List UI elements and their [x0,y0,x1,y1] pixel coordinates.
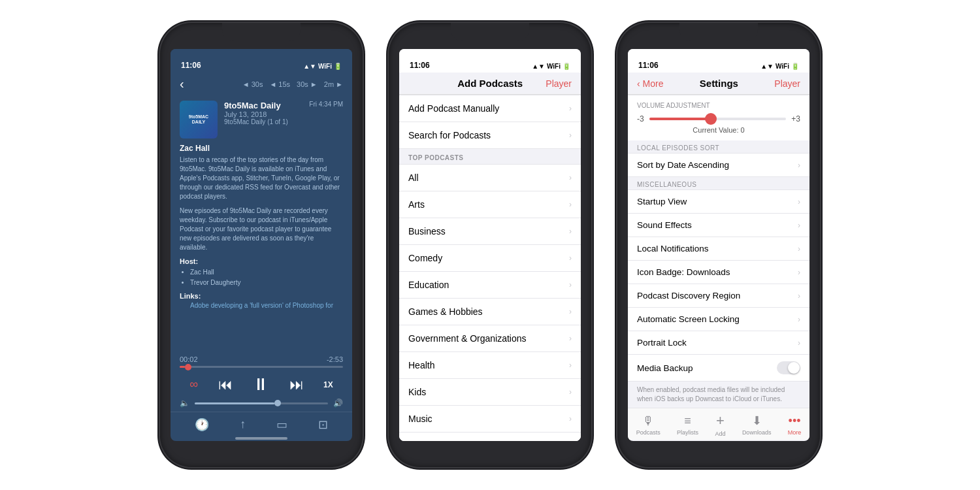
queue-icon[interactable]: ⊡ [318,417,328,432]
misc-group: Startup View › Sound Effects › Local Not… [628,189,809,382]
media-backup-toggle[interactable] [777,361,800,374]
tab-playlists-settings[interactable]: ≡ Playlists [677,414,698,436]
clock-icon[interactable]: 🕐 [195,417,209,432]
playlists-tab-label-s: Playlists [677,429,698,436]
sound-effects-row[interactable]: Sound Effects › [628,214,809,237]
status-time-settings: 11:06 [638,61,659,70]
cat-education[interactable]: Education › [399,272,581,299]
player-buttons: ∞ ⏮ ⏸ ⏭ 1X [171,372,352,397]
chevron-add-manual: › [569,104,572,113]
notch-settings [679,23,758,41]
airplay-icon[interactable]: ▭ [276,417,287,432]
player-nav: ‹ ◄ 30s ◄ 15s 30s ► 2m ► [171,73,352,95]
podcasts-tab-icon-s: 🎙 [642,414,654,428]
episode-date: July 13, 2018 [224,110,302,118]
search-podcasts-row[interactable]: Search for Podcasts › [399,122,581,149]
status-time-add: 11:06 [410,61,430,70]
nav-right-player[interactable]: Player [546,78,572,89]
tab-more-settings[interactable]: ••• More [788,414,802,436]
volume-slider-settings[interactable] [649,118,787,120]
progress-track [180,366,343,368]
time-remaining: -2:53 [327,355,343,363]
signal-icon: ▲▼ [303,63,316,70]
icon-badge-row[interactable]: Icon Badge: Downloads › [628,261,809,284]
more-tab-label-s: More [788,429,802,436]
categories-section: All › Arts › Business › Comedy › Educati… [399,164,581,441]
player-screen: 11:06 ▲▼ WiFi 🔋 ‹ ◄ 30s ◄ 15s 30s ► 2m ► [171,49,352,441]
pause-button[interactable]: ⏸ [252,374,269,395]
cat-arts[interactable]: Arts › [399,191,581,218]
tab-bar-settings: 🎙 Podcasts ≡ Playlists + Add ⬇ Downloads… [628,408,809,440]
cat-music[interactable]: Music › [399,406,581,433]
downloads-tab-icon-s: ⬇ [752,414,762,428]
settings-nav-title: Settings [663,78,774,89]
cat-health[interactable]: Health › [399,352,581,379]
loop-button[interactable]: ∞ [189,378,198,391]
prev-button[interactable]: ⏮ [218,376,233,393]
portrait-lock-row[interactable]: Portrait Lock › [628,331,809,355]
skip-fwd-2m[interactable]: 2m ► [324,80,343,88]
media-backup-note: When enabled, podcast media files will b… [628,382,809,408]
sort-row[interactable]: Sort by Date Ascending › [628,154,809,177]
player-link-settings[interactable]: Player [774,78,800,89]
volume-slider[interactable] [195,402,328,404]
host-1: Zac Hall [190,267,343,278]
screen-add: 11:06 ▲▼ WiFi 🔋 Add Podcasts Player Add … [399,49,581,441]
vol-slider-fill [649,118,711,120]
link-1[interactable]: Adobe developing a 'full version' of Pho… [190,302,343,309]
host-name: Zac Hall [180,144,343,153]
progress-fill [180,366,185,368]
startup-chevron: › [798,197,800,206]
settings-screen: 11:06 ▲▼ WiFi 🔋 ‹ More Settings Player V… [628,49,809,441]
notch-add [451,23,529,41]
screen-locking-row[interactable]: Automatic Screen Locking › [628,308,809,331]
skip-fwd-30[interactable]: 30s ► [297,80,318,88]
time-elapsed: 00:02 [180,355,198,363]
icon-badge-label: Icon Badge: Downloads [637,267,730,277]
skip-back-15[interactable]: ◄ 15s [269,80,290,88]
episode-meta: 9to5Mac Daily July 13, 2018 9to5Mac Dail… [224,101,302,125]
back-button[interactable]: ‹ [180,76,184,91]
local-notifications-row[interactable]: Local Notifications › [628,237,809,261]
cat-news[interactable]: News & Politics › [399,433,581,441]
nav-bar-add: Add Podcasts Player [399,73,581,95]
tab-podcasts-settings[interactable]: 🎙 Podcasts [636,414,661,436]
top-podcasts-header: TOP PODCASTS [399,149,581,164]
host-2: Trevor Daugherty [190,278,343,288]
episode-desc-2: New episodes of 9to5Mac Daily are record… [180,206,343,252]
cat-comedy[interactable]: Comedy › [399,245,581,272]
vol-thumb [274,400,281,406]
skip-back-30[interactable]: ◄ 30s [242,80,263,88]
podcast-disc-chevron: › [798,291,800,301]
tab-add-settings[interactable]: + Add [715,412,725,437]
podcast-discovery-row[interactable]: Podcast Discovery Region › [628,284,809,308]
vol-current-value: Current Value: 0 [637,126,800,134]
cat-business[interactable]: Business › [399,218,581,245]
nav-bar-settings: ‹ More Settings Player [628,73,809,95]
tab-downloads-settings[interactable]: ⬇ Downloads [742,414,772,436]
back-more-button[interactable]: ‹ More [637,78,663,89]
cat-games[interactable]: Games & Hobbies › [399,299,581,325]
phone-player: 11:06 ▲▼ WiFi 🔋 ‹ ◄ 30s ◄ 15s 30s ► 2m ► [160,23,363,467]
status-bar-add: 11:06 ▲▼ WiFi 🔋 [399,49,581,73]
episode-desc-1: Listen to a recap of the top stories of … [180,155,343,201]
cat-gov[interactable]: Government & Organizations › [399,325,581,352]
add-podcast-manually-row[interactable]: Add Podcast Manually › [399,95,581,122]
progress-bar[interactable] [171,366,352,368]
next-button[interactable]: ⏭ [289,376,304,393]
status-bar-settings: 11:06 ▲▼ WiFi 🔋 [628,49,809,73]
podcast-discovery-label: Podcast Discovery Region [637,291,740,301]
podcasts-tab-label-s: Podcasts [636,429,661,436]
sort-chevron: › [798,161,800,170]
local-episodes-sort-label: LOCAL EPISODES SORT [628,140,809,153]
phone-settings: 11:06 ▲▼ WiFi 🔋 ‹ More Settings Player V… [617,23,820,467]
speed-button[interactable]: 1X [323,380,333,389]
cat-all[interactable]: All › [399,165,581,191]
cat-kids[interactable]: Kids › [399,379,581,406]
share-icon[interactable]: ↑ [240,417,246,432]
vol-min-icon: 🔈 [180,399,189,408]
signal-icon-add: ▲▼ [532,63,545,70]
startup-view-row[interactable]: Startup View › [628,190,809,214]
top-items-section: Add Podcast Manually › Search for Podcas… [399,95,581,149]
media-backup-row[interactable]: Media Backup [628,355,809,382]
